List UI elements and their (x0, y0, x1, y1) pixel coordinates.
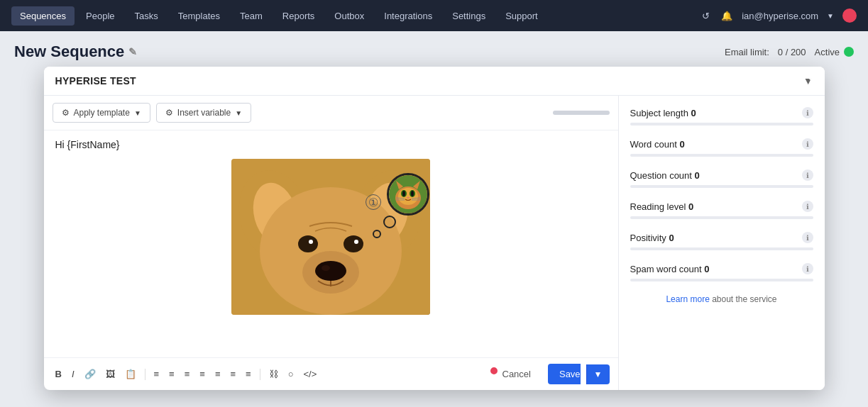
positivity-row: Positivity 0 ℹ (630, 232, 813, 250)
nav-item-reports[interactable]: Reports (274, 6, 324, 26)
align-left-button[interactable]: ≡ (182, 367, 193, 381)
insert-variable-chevron: ▼ (235, 109, 242, 117)
editor-toolbar: ⚙ Apply template ▼ ⚙ Insert variable ▼ (44, 96, 618, 130)
chain-button[interactable]: ⛓ (266, 367, 281, 381)
modal-close-button[interactable]: ✕ (807, 74, 818, 89)
svg-point-12 (322, 265, 330, 271)
list-button[interactable]: ≡ (151, 367, 163, 381)
italic-button[interactable]: I (69, 367, 77, 381)
editor-content[interactable]: Hi {FirstName} (44, 130, 618, 357)
nav-item-integrations[interactable]: Integrations (375, 6, 441, 26)
svg-point-21 (402, 191, 405, 196)
user-email[interactable]: ian@hyperise.com (742, 11, 818, 21)
stats-panel: Subject length 0 ℹ Word count 0 (619, 96, 825, 390)
sequence-title: New Sequence (14, 43, 124, 61)
positivity-info[interactable]: ℹ (802, 232, 813, 243)
email-limit-label: Email limit: (725, 47, 769, 57)
nav-item-people[interactable]: People (77, 6, 123, 26)
cat-image (389, 175, 427, 213)
reading-level-info[interactable]: ℹ (802, 201, 813, 212)
header-right: Email limit: 0 / 200 Active (725, 47, 854, 57)
subject-length-label-text: Subject length (630, 108, 688, 118)
nav-item-settings[interactable]: Settings (444, 6, 494, 26)
word-count-label: Word count 0 (630, 139, 685, 150)
word-count-info[interactable]: ℹ (802, 138, 813, 150)
link-button[interactable]: 🔗 (82, 367, 99, 381)
spam-word-count-info[interactable]: ℹ (802, 263, 813, 274)
apply-template-button[interactable]: ⚙ Apply template ▼ (53, 103, 150, 123)
nav-item-support[interactable]: Support (497, 6, 546, 26)
align-right-button[interactable]: ≡ (212, 367, 224, 381)
svg-point-22 (411, 191, 414, 196)
apply-template-chevron: ▼ (134, 109, 141, 117)
cancel-button[interactable]: Cancel (491, 364, 542, 384)
record-button[interactable] (842, 9, 857, 23)
active-badge: Active (815, 47, 854, 57)
question-count-label-text: Question count (630, 170, 692, 181)
modal-title: HYPERISE TEST (55, 75, 136, 87)
question-count-bar-bg (630, 185, 813, 188)
save-button[interactable]: Save (548, 364, 581, 384)
nav-item-sequences[interactable]: Sequences (11, 6, 75, 26)
save-dropdown-button[interactable]: ▼ (586, 364, 610, 384)
align-center-button[interactable]: ≡ (197, 367, 208, 381)
editor-bottom-toolbar: B I 🔗 🖼 📋 ≡ ≡ ≡ ≡ ≡ ≡ ≡ ⛓ ○ </> (44, 357, 618, 390)
active-dot[interactable] (844, 47, 854, 57)
image2-button[interactable]: 📋 (122, 367, 139, 381)
reading-level-bar-bg (630, 216, 813, 219)
nav-item-tasks[interactable]: Tasks (126, 6, 167, 26)
chevron-down-icon[interactable]: ▼ (827, 12, 834, 20)
reading-level-row: Reading level 0 ℹ (630, 201, 813, 219)
subject-length-row: Subject length 0 ℹ (630, 107, 813, 126)
top-navigation: Sequences People Tasks Templates Team Re… (0, 0, 868, 31)
reading-level-header: Reading level 0 ℹ (630, 201, 813, 212)
apply-template-label: Apply template (74, 108, 130, 118)
nav-item-team[interactable]: Team (231, 6, 271, 26)
bold-button[interactable]: B (53, 367, 65, 381)
ordered-list-button[interactable]: ≡ (166, 367, 177, 381)
positivity-label-text: Positivity (630, 233, 666, 243)
learn-more-suffix: about the service (710, 294, 777, 304)
nav-item-outbox[interactable]: Outbox (326, 6, 373, 26)
align-justify-button[interactable]: ≡ (227, 367, 238, 381)
word-count-bar-bg (630, 154, 813, 157)
insert-variable-button[interactable]: ⚙ Insert variable ▼ (156, 103, 251, 123)
svg-point-9 (354, 240, 358, 244)
word-count-header: Word count 0 ℹ (630, 138, 813, 150)
spam-word-count-row: Spam word count 0 ℹ (630, 263, 813, 281)
editor-panel: ⚙ Apply template ▼ ⚙ Insert variable ▼ H… (44, 96, 619, 390)
dog-image-area: ① (55, 159, 607, 329)
subject-length-header: Subject length 0 ℹ (630, 107, 813, 118)
image-button[interactable]: 🖼 (103, 367, 118, 381)
record-dot-button[interactable] (489, 366, 499, 376)
indent-button[interactable]: ≡ (243, 367, 254, 381)
code-button[interactable]: </> (301, 367, 320, 381)
subject-length-bar-bg (630, 123, 813, 126)
spam-word-count-header: Spam word count 0 ℹ (630, 263, 813, 274)
circle-button[interactable]: ○ (285, 367, 297, 381)
variable-icon: ⚙ (165, 108, 173, 118)
page-title: New Sequence ✎ (14, 43, 137, 61)
subject-length-info[interactable]: ℹ (802, 107, 813, 118)
learn-more-link[interactable]: Learn more (666, 294, 709, 304)
svg-point-8 (309, 240, 313, 244)
refresh-icon[interactable]: ↺ (699, 9, 712, 22)
drag-handle[interactable] (553, 111, 610, 115)
nav-item-templates[interactable]: Templates (170, 6, 229, 26)
page-header: New Sequence ✎ Email limit: 0 / 200 Acti… (14, 43, 854, 61)
nav-right: ↺ 🔔 ian@hyperise.com ▼ (699, 9, 857, 23)
edit-icon[interactable]: ✎ (128, 46, 137, 57)
learn-more-section: Learn more about the service (630, 294, 813, 304)
word-count-row: Word count 0 ℹ (630, 138, 813, 157)
compose-modal: ✕ HYPERISE TEST ▼ ⚙ Apply template ▼ ⚙ (44, 67, 825, 390)
word-count-value: 0 (679, 139, 684, 150)
svg-point-7 (344, 235, 363, 252)
question-count-info[interactable]: ℹ (802, 169, 813, 181)
spam-word-count-bar-bg (630, 279, 813, 281)
bell-icon[interactable]: 🔔 (720, 9, 733, 22)
reading-level-value: 0 (688, 201, 693, 212)
reading-level-label: Reading level 0 (630, 201, 694, 212)
spam-word-count-label: Spam word count 0 (630, 264, 710, 274)
spam-word-count-value: 0 (704, 264, 709, 274)
positivity-bar-bg (630, 247, 813, 250)
